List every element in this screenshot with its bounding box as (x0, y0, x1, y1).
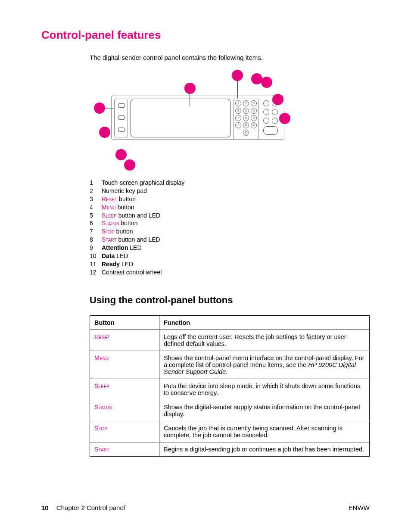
legend-number: 9 (90, 244, 102, 252)
legend-number: 5 (90, 212, 102, 220)
callout-dot-icon (272, 94, 283, 105)
button-name-cell: Stop (90, 421, 159, 442)
button-name-cell: Reset (90, 330, 159, 351)
legend-row: 11Ready LED (90, 260, 370, 268)
table-row: MenuShows the control-panel menu interfa… (90, 351, 370, 379)
intro-text: The digital-sender control panel contain… (90, 54, 370, 61)
legend-number: 12 (90, 268, 102, 277)
keypad-key-icon: 1 (235, 100, 241, 106)
small-button-icon (263, 118, 269, 124)
legend-row: 9Attention LED (90, 244, 370, 252)
table-row: StopCancels the job that is currently be… (90, 421, 370, 442)
keypad-key-icon (251, 130, 256, 135)
callout-dot-icon (124, 159, 135, 171)
legend-number: 11 (90, 260, 102, 268)
legend-text: Data LED (102, 252, 128, 260)
table-row: SleepPuts the device into sleep mode, in… (90, 379, 370, 400)
legend-row: 1Touch-screen graphical display (90, 179, 370, 187)
callout-dot-icon (99, 127, 110, 138)
keypad-key-icon: 7 (235, 115, 241, 121)
keypad-key-icon (236, 130, 241, 135)
leader-line-icon (190, 93, 190, 106)
led-column (114, 99, 128, 137)
leader-line-icon (237, 80, 238, 98)
legend-number: 2 (90, 187, 102, 195)
keypad-key-icon: 5 (243, 108, 249, 114)
table-header-function: Function (159, 315, 370, 330)
legend-row: 8Start button and LED (90, 236, 370, 244)
callout-dot-icon (184, 83, 196, 94)
legend-number: 7 (90, 227, 102, 236)
legend-row: 4Menu button (90, 203, 370, 212)
control-panel-diagram: 123456789*0#C (94, 70, 279, 171)
touch-screen-icon (131, 99, 230, 137)
small-button-icon (263, 109, 269, 115)
page-number: 10 (41, 504, 49, 511)
small-button-icon (263, 100, 269, 106)
button-name-cell: Status (90, 400, 159, 421)
legend-row: 3Reset button (90, 195, 370, 203)
small-button-icon (272, 109, 278, 115)
footer-right: ENWW (349, 504, 370, 511)
keypad-key-icon: 8 (243, 115, 249, 121)
legend-text: Sleep button and LED (102, 212, 160, 220)
keypad-key-icon: * (235, 122, 241, 128)
button-name-cell: Menu (90, 351, 159, 379)
legend-number: 4 (90, 203, 102, 212)
legend-number: 10 (90, 252, 102, 260)
led-icon (118, 128, 125, 132)
legend-list: 1Touch-screen graphical display2Numeric … (90, 179, 370, 277)
keypad-key-icon: 3 (251, 100, 257, 106)
keypad-key-icon: 2 (243, 100, 249, 106)
table-row: StatusShows the digital-sender supply st… (90, 400, 370, 421)
function-cell: Logs off the current user. Resets the jo… (159, 330, 370, 351)
keypad-key-icon: 0 (243, 122, 249, 128)
numeric-keypad-icon: 123456789*0#C (233, 99, 259, 139)
button-name-cell: Sleep (90, 379, 159, 400)
leader-line-icon (105, 109, 114, 109)
footer-left: 10 Chapter 2 Control panel (41, 504, 125, 511)
table-row: StartBegins a digital-sending job or con… (90, 442, 370, 456)
page-footer: 10 Chapter 2 Control panel ENWW (41, 504, 370, 511)
legend-text: Reset button (102, 195, 136, 203)
callout-dot-icon (232, 70, 243, 81)
legend-number: 6 (90, 219, 102, 227)
callout-dot-icon (115, 149, 127, 160)
chapter-label: Chapter 2 Control panel (56, 504, 125, 511)
start-button-icon (263, 126, 278, 135)
function-cell: Cancels the job that is currently being … (159, 421, 370, 442)
function-cell: Puts the device into sleep mode, in whic… (159, 379, 370, 400)
button-name-cell: Start (90, 442, 159, 456)
led-icon (118, 115, 125, 120)
keypad-key-icon: 9 (251, 115, 257, 121)
legend-text: Numeric key pad (102, 187, 147, 195)
legend-text: Menu button (102, 203, 134, 212)
keypad-key-icon: 6 (251, 108, 257, 114)
legend-text: Contrast control wheel (102, 268, 162, 277)
legend-row: 12Contrast control wheel (90, 268, 370, 277)
function-cell: Shows the control-panel menu interface o… (159, 351, 370, 379)
legend-row: 2Numeric key pad (90, 187, 370, 195)
callout-dot-icon (279, 113, 290, 124)
callout-dot-icon (94, 103, 105, 114)
led-icon (118, 103, 125, 108)
button-function-table: Button Function ResetLogs off the curren… (90, 315, 370, 457)
legend-row: 10Data LED (90, 252, 370, 260)
legend-number: 3 (90, 195, 102, 203)
keypad-key-icon: C (243, 130, 249, 136)
legend-text: Touch-screen graphical display (102, 179, 184, 187)
legend-text: Status button (102, 219, 137, 227)
legend-text: Start button and LED (102, 236, 160, 244)
legend-row: 6Status button (90, 219, 370, 227)
legend-number: 8 (90, 236, 102, 244)
keypad-key-icon: # (251, 122, 257, 128)
table-header-button: Button (90, 315, 159, 330)
table-row: ResetLogs off the current user. Resets t… (90, 330, 370, 351)
small-button-icon (272, 118, 278, 124)
legend-number: 1 (90, 179, 102, 187)
device-outline: 123456789*0#C (111, 96, 284, 140)
subsection-title: Using the control-panel buttons (90, 295, 370, 306)
function-cell: Shows the digital-sender supply status i… (159, 400, 370, 421)
keypad-key-icon: 4 (235, 108, 241, 114)
section-title: Control-panel features (41, 28, 370, 42)
